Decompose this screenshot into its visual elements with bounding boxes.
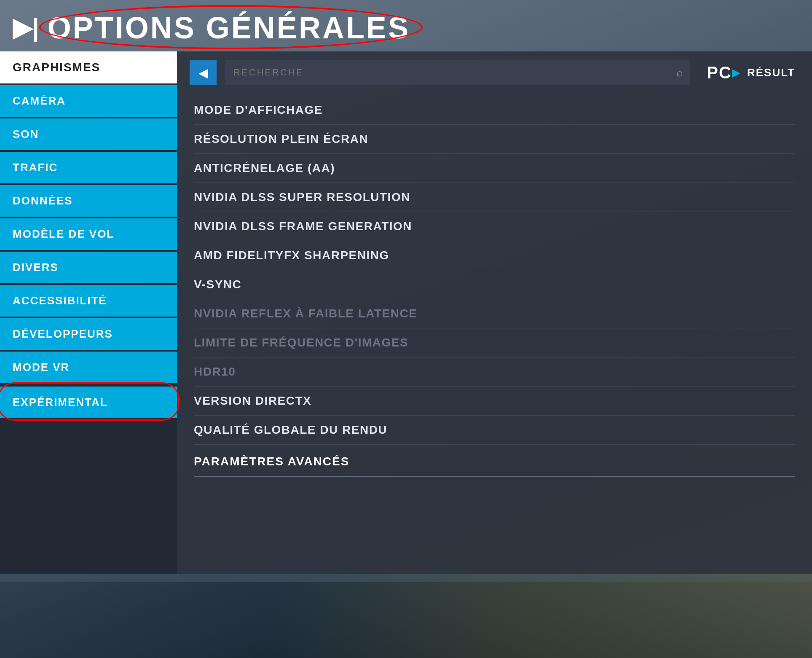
setting-mode-affichage[interactable]: MODE D'AFFICHAGE — [194, 96, 795, 125]
setting-hdr10: HDR10 — [194, 357, 795, 387]
sidebar: GRAPHISMES CAMÉRA SON TRAFIC DONNÉES MOD… — [0, 51, 177, 574]
setting-directx[interactable]: VERSION DIRECTX — [194, 387, 795, 416]
right-top-bar: ◀ ⌕ PC ▶ RÉSULT — [177, 51, 812, 91]
sidebar-item-accessibilite[interactable]: ACCESSIBILITÉ — [0, 285, 177, 317]
setting-amd-fidelity[interactable]: AMD FIDELITYFX SHARPENING — [194, 241, 795, 270]
bottom-area — [0, 574, 812, 658]
sidebar-item-trafic[interactable]: TRAFIC — [0, 152, 177, 183]
back-button[interactable]: ◀ — [190, 60, 217, 85]
setting-vsync[interactable]: V-SYNC — [194, 270, 795, 299]
main-container: ▶| OPTIONS GÉNÉRALES GRAPHISMES CAMÉRA S… — [0, 0, 812, 658]
bottom-scene-decoration — [0, 582, 812, 658]
sidebar-item-camera[interactable]: CAMÉRA — [0, 85, 177, 117]
right-panel: ◀ ⌕ PC ▶ RÉSULT MODE D'AFFICHAGE RÉSOLUT… — [177, 51, 812, 574]
header-title-wrapper: OPTIONS GÉNÉRALES — [48, 13, 410, 43]
sidebar-item-mode-vr[interactable]: MODE VR — [0, 352, 177, 383]
setting-resolution[interactable]: RÉSOLUTION PLEIN ÉCRAN — [194, 125, 795, 154]
search-icon: ⌕ — [676, 66, 683, 79]
sidebar-item-donnees[interactable]: DONNÉES — [0, 185, 177, 217]
header-logo: ▶| — [13, 15, 39, 40]
setting-nvidia-reflex: NVIDIA REFLEX À FAIBLE LATENCE — [194, 299, 795, 328]
platform-label: PC — [707, 63, 732, 82]
setting-params-avances: PARAMÈTRES AVANCÉS — [194, 445, 795, 477]
sidebar-item-son[interactable]: SON — [0, 118, 177, 150]
header: ▶| OPTIONS GÉNÉRALES — [0, 0, 812, 51]
content-area: GRAPHISMES CAMÉRA SON TRAFIC DONNÉES MOD… — [0, 51, 812, 574]
setting-qualite[interactable]: QUALITÉ GLOBALE DU RENDU — [194, 416, 795, 445]
setting-dlss-frame[interactable]: NVIDIA DLSS FRAME GENERATION — [194, 212, 795, 241]
sidebar-item-modele-vol[interactable]: MODÈLE DE VOL — [0, 218, 177, 250]
setting-dlss-super[interactable]: NVIDIA DLSS SUPER RESOLUTION — [194, 183, 795, 212]
search-container: ⌕ — [225, 60, 690, 85]
search-input[interactable] — [225, 60, 690, 85]
page-title: OPTIONS GÉNÉRALES — [48, 13, 410, 43]
sidebar-item-developpeurs[interactable]: DÉVELOPPEURS — [0, 318, 177, 350]
result-label: RÉSULT — [747, 66, 795, 79]
result-arrow-icon: ▶ — [732, 66, 740, 79]
back-arrow-icon: ◀ — [198, 65, 208, 80]
settings-list: MODE D'AFFICHAGE RÉSOLUTION PLEIN ÉCRAN … — [177, 91, 812, 574]
sidebar-header: GRAPHISMES — [0, 51, 177, 83]
setting-frame-limit: LIMITE DE FRÉQUENCE D'IMAGES — [194, 328, 795, 357]
sidebar-item-divers[interactable]: DIVERS — [0, 252, 177, 283]
sidebar-item-experimental[interactable]: EXPÉRIMENTAL — [0, 387, 177, 418]
setting-antialiasing[interactable]: ANTICRÉNELAGE (AA) — [194, 154, 795, 183]
